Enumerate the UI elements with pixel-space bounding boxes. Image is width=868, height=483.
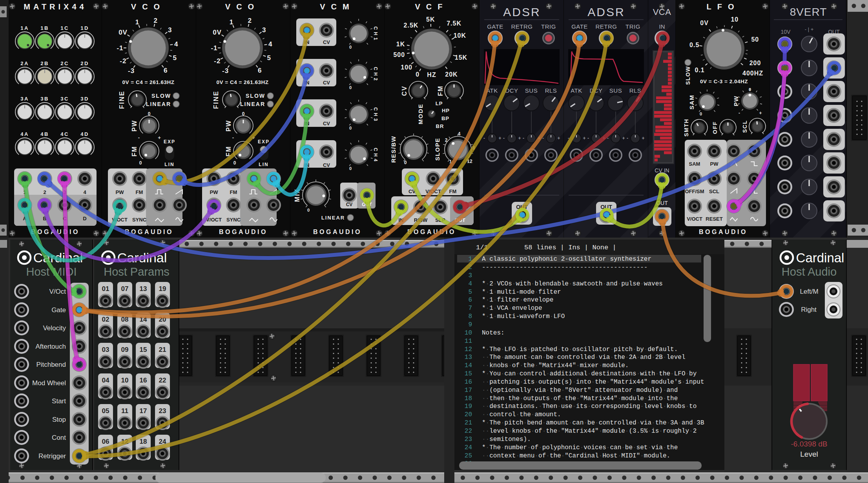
svg-text:2: 2 — [248, 17, 252, 24]
svg-text:· · ·: · · · — [482, 313, 565, 320]
svg-text:+: + — [557, 135, 560, 141]
svg-text:GATE: GATE — [571, 23, 588, 30]
svg-text:LFO: LFO — [707, 2, 740, 11]
svg-text:·· · · · ·: ·· · · · · · · — [482, 387, 678, 394]
svg-text:PW: PW — [116, 189, 124, 195]
svg-text:FM: FM — [449, 188, 457, 194]
svg-text:19: 19 — [465, 403, 472, 410]
svg-text:LINEAR: LINEAR — [146, 101, 171, 107]
svg-text:4B: 4B — [40, 131, 49, 137]
svg-text:0: 0 — [148, 111, 151, 117]
svg-text:5: 5 — [267, 54, 271, 62]
svg-text:16: 16 — [140, 377, 147, 384]
svg-text:6: 6 — [258, 67, 262, 74]
svg-text:-: - — [503, 135, 505, 141]
svg-text:-2: -2 — [120, 57, 126, 65]
svg-text:LIN: LIN — [164, 162, 174, 167]
svg-text:5: 5 — [173, 54, 177, 62]
svg-text:04: 04 — [102, 377, 109, 384]
svg-text:-: - — [138, 135, 140, 141]
svg-text:CV: CV — [323, 80, 330, 86]
svg-text:HZ: HZ — [427, 71, 436, 78]
svg-text:4D: 4D — [80, 131, 89, 137]
svg-text:3: 3 — [168, 26, 172, 34]
svg-text:0V = C4 = 261.63HZ: 0V = C4 = 261.63HZ — [122, 79, 175, 85]
svg-text:Aftertouch: Aftertouch — [36, 343, 66, 350]
svg-text:C H 4: C H 4 — [373, 148, 378, 162]
svg-text:7.5K: 7.5K — [447, 20, 461, 27]
svg-text:+: + — [759, 110, 762, 116]
svg-text:10: 10 — [465, 329, 472, 337]
svg-text:0V: 0V — [700, 20, 709, 26]
svg-text:2: 2 — [43, 189, 46, 195]
svg-text:1: 1 — [135, 18, 139, 26]
svg-text:0: 0 — [242, 111, 245, 117]
svg-text:13: 13 — [140, 285, 147, 293]
svg-text:-6.0398 dB: -6.0398 dB — [791, 440, 828, 448]
svg-text:0: 0 — [349, 166, 352, 171]
svg-text:HP: HP — [442, 108, 450, 113]
svg-text:6: 6 — [164, 67, 168, 74]
svg-text:0: 0 — [349, 85, 352, 90]
svg-text:VCA: VCA — [653, 7, 671, 17]
svg-text:18: 18 — [465, 395, 472, 402]
svg-text:3: 3 — [262, 26, 266, 34]
svg-text:-2: -2 — [214, 57, 221, 65]
svg-text:20K: 20K — [445, 71, 458, 78]
svg-text:1K: 1K — [396, 41, 405, 48]
svg-text:11: 11 — [465, 338, 472, 345]
svg-text:0: 0 — [233, 160, 236, 166]
svg-text:01: 01 — [102, 285, 109, 293]
svg-text:Stop: Stop — [52, 416, 66, 423]
svg-text:17: 17 — [465, 387, 472, 394]
svg-text:LP: LP — [436, 101, 443, 106]
svg-text:58 lines | Ins | None |: 58 lines | Ins | None | — [524, 244, 616, 251]
svg-text:-: - — [483, 135, 485, 141]
svg-text:02: 02 — [102, 316, 109, 323]
svg-text:20: 20 — [465, 411, 472, 418]
svg-text:-: - — [523, 135, 524, 141]
svg-text:0: 0 — [307, 208, 310, 212]
svg-text:15: 15 — [140, 346, 147, 353]
svg-text:RETRG: RETRG — [596, 23, 617, 30]
svg-text:·· · · · ·: ·· · · · · · · · — [482, 403, 697, 410]
svg-text:C H 2: C H 2 — [373, 67, 378, 81]
svg-text:BOGAUDIO: BOGAUDIO — [219, 229, 268, 235]
svg-text:FM: FM — [437, 85, 444, 96]
svg-text:Gate: Gate — [51, 306, 66, 314]
svg-text:-: - — [739, 110, 740, 116]
svg-text:23: 23 — [159, 407, 166, 415]
svg-text:2: 2 — [445, 137, 448, 143]
svg-text:··: ·· — [482, 436, 531, 443]
svg-text:LINEAR: LINEAR — [240, 101, 265, 107]
svg-text:Level: Level — [800, 450, 818, 458]
svg-text:TRIG: TRIG — [625, 23, 640, 30]
svg-text:SCL: SCL — [709, 188, 719, 194]
svg-text:Cardinal: Cardinal — [796, 251, 844, 265]
svg-text:PW: PW — [733, 95, 739, 106]
svg-text:4: 4 — [83, 189, 86, 195]
svg-text:RETRG: RETRG — [511, 23, 533, 30]
svg-text:Mod Wheel: Mod Wheel — [32, 379, 66, 387]
svg-text:OFF/SM: OFF/SM — [685, 188, 704, 194]
svg-text:·· · · · ·: ·· · · · · · · · — [482, 452, 670, 459]
svg-text:15: 15 — [465, 370, 472, 377]
svg-text:V/OCT: V/OCT — [687, 216, 702, 222]
svg-text:1B: 1B — [40, 25, 49, 31]
svg-text:FM: FM — [131, 146, 138, 156]
svg-text:1A: 1A — [20, 25, 29, 31]
svg-text:BR: BR — [436, 123, 444, 129]
svg-text:CV: CV — [323, 39, 330, 45]
svg-text:-: - — [232, 135, 234, 141]
svg-text:·· · ·: ·· · · — [482, 411, 561, 418]
svg-text:SAM: SAM — [688, 95, 695, 110]
svg-text:4A: 4A — [20, 131, 29, 137]
svg-text:FM: FM — [136, 189, 143, 195]
svg-text:0: 0 — [749, 87, 751, 92]
svg-text:LINEAR: LINEAR — [321, 215, 345, 221]
svg-text:· · ·: · · · · — [482, 256, 651, 263]
svg-text:500: 500 — [393, 51, 405, 58]
svg-text:Host Params: Host Params — [104, 265, 170, 278]
svg-text:0: 0 — [349, 45, 352, 49]
svg-text:CV: CV — [323, 121, 330, 126]
